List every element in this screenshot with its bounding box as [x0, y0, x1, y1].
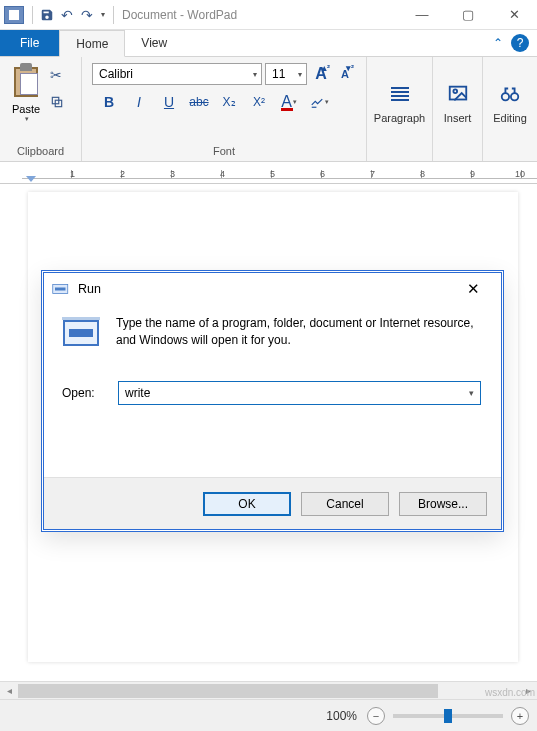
run-title: Run [78, 282, 101, 296]
redo-icon[interactable]: ↷ [77, 5, 97, 25]
close-button[interactable]: ✕ [491, 0, 537, 30]
qat-dropdown[interactable]: ▾ [97, 10, 109, 19]
tab-home[interactable]: Home [59, 30, 125, 57]
ribbon-tabs: File Home View ⌃ ? [0, 30, 537, 57]
open-label: Open: [62, 386, 118, 400]
run-message: Type the name of a program, folder, docu… [116, 315, 481, 353]
run-titlebar[interactable]: Run ✕ [44, 273, 501, 305]
picture-icon [446, 82, 470, 106]
ruler-tick: 9 [422, 170, 472, 178]
horizontal-scrollbar[interactable]: ◂ ▸ [0, 681, 537, 699]
ruler-tick: 2 [72, 170, 122, 178]
zoom-knob[interactable] [444, 709, 452, 723]
svg-point-4 [502, 93, 509, 100]
cut-icon[interactable]: ✂ [50, 67, 64, 83]
open-value: write [125, 386, 469, 400]
cancel-button[interactable]: Cancel [301, 492, 389, 516]
subscript-button[interactable]: X [218, 91, 240, 113]
undo-icon[interactable]: ↶ [57, 5, 77, 25]
svg-rect-7 [55, 288, 66, 291]
ruler-tick: 8 [372, 170, 422, 178]
ruler-tick: 10 [472, 170, 522, 178]
run-close-button[interactable]: ✕ [453, 280, 493, 298]
editing-button[interactable]: Editing [489, 76, 531, 124]
zoom-in-button[interactable]: + [511, 707, 529, 725]
editing-label: Editing [489, 112, 531, 124]
ruler-tick: 11 [522, 170, 537, 178]
zoom-out-button[interactable]: − [367, 707, 385, 725]
zoom-level: 100% [326, 709, 357, 723]
tab-view[interactable]: View [125, 30, 183, 56]
status-bar: 100% − + [0, 699, 537, 731]
bold-button[interactable]: B [98, 91, 120, 113]
insert-label: Insert [439, 112, 476, 124]
title-bar: ↶ ↷ ▾ Document - WordPad — ▢ ✕ [0, 0, 537, 30]
font-family-select[interactable]: Calibri ▾ [92, 63, 262, 85]
scroll-thumb[interactable] [18, 684, 438, 698]
run-dialog: Run ✕ Type the name of a program, folder… [43, 272, 502, 530]
ruler-tick: 5 [222, 170, 272, 178]
insert-button[interactable]: Insert [439, 76, 476, 124]
help-icon[interactable]: ? [511, 34, 529, 52]
underline-button[interactable]: U [158, 91, 180, 113]
shrink-font-button[interactable]: A▾ [334, 63, 356, 85]
font-group-label: Font [84, 143, 364, 161]
watermark: wsxdn.com [485, 687, 535, 698]
zoom-slider[interactable] [393, 714, 503, 718]
font-size-select[interactable]: 11 ▾ [265, 63, 307, 85]
group-paragraph: Paragraph [367, 57, 433, 161]
save-icon[interactable] [37, 5, 57, 25]
window-title: Document - WordPad [118, 8, 399, 22]
ruler-tick: 7 [322, 170, 372, 178]
paragraph-label: Paragraph [373, 112, 426, 124]
paragraph-button[interactable]: Paragraph [373, 76, 426, 124]
collapse-ribbon-icon[interactable]: ⌃ [493, 36, 503, 50]
run-large-icon [62, 315, 102, 353]
ok-button[interactable]: OK [203, 492, 291, 516]
window-controls: — ▢ ✕ [399, 0, 537, 30]
scroll-left-icon[interactable]: ◂ [0, 685, 18, 696]
ruler-track [22, 178, 537, 183]
paste-dropdown[interactable]: ▾ [7, 115, 46, 123]
strikethrough-button[interactable]: abc [188, 91, 210, 113]
clipboard-label: Clipboard [0, 143, 81, 161]
paste-icon [12, 63, 40, 99]
ruler-tick: 6 [272, 170, 322, 178]
browse-button[interactable]: Browse... [399, 492, 487, 516]
italic-button[interactable]: I [128, 91, 150, 113]
highlight-button[interactable]: ▾ [308, 91, 330, 113]
paragraph-icon [388, 82, 412, 106]
app-icon[interactable] [4, 6, 24, 24]
group-insert: Insert [433, 57, 483, 161]
paste-button[interactable]: Paste ▾ [6, 63, 46, 123]
copy-icon[interactable] [50, 95, 64, 112]
qat-divider-2 [113, 6, 114, 24]
ruler[interactable]: 1 2 3 4 5 6 7 8 9 10 11 [0, 162, 537, 184]
svg-rect-10 [62, 317, 100, 320]
maximize-button[interactable]: ▢ [445, 0, 491, 30]
group-font: Calibri ▾ 11 ▾ A▴ A▾ B I U abc X X [82, 57, 367, 161]
chevron-down-icon: ▾ [253, 70, 257, 79]
group-editing: Editing [483, 57, 537, 161]
svg-rect-9 [69, 329, 93, 337]
ruler-tick: 3 [122, 170, 172, 178]
ruler-tick: 4 [172, 170, 222, 178]
qat-divider [32, 6, 33, 24]
grow-font-button[interactable]: A▴ [310, 63, 332, 85]
superscript-button[interactable]: X [248, 91, 270, 113]
tab-file[interactable]: File [0, 30, 59, 56]
run-button-bar: OK Cancel Browse... [44, 477, 501, 529]
scroll-track[interactable] [18, 682, 519, 700]
font-color-button[interactable]: A▾ [278, 91, 300, 113]
font-family-value: Calibri [99, 67, 133, 81]
font-size-value: 11 [272, 67, 285, 81]
minimize-button[interactable]: — [399, 0, 445, 30]
svg-point-5 [511, 93, 518, 100]
svg-point-3 [453, 89, 457, 93]
chevron-down-icon: ▾ [298, 70, 302, 79]
binoculars-icon [498, 82, 522, 106]
group-clipboard: Paste ▾ ✂ Clipboard [0, 57, 82, 161]
ribbon: Paste ▾ ✂ Clipboard Calibri ▾ 11 ▾ [0, 57, 537, 162]
chevron-down-icon[interactable]: ▾ [469, 388, 474, 398]
open-combobox[interactable]: write ▾ [118, 381, 481, 405]
